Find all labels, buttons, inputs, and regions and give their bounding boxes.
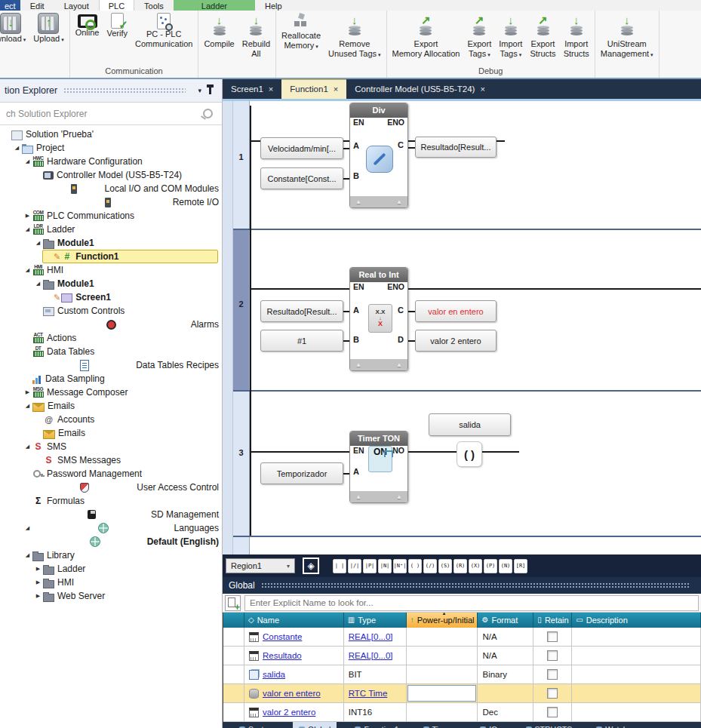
rung-margin-3[interactable]: 3 [233,392,250,536]
tree-item-sms[interactable]: ◢SSMS [0,440,222,453]
column-header-format[interactable]: Format [478,613,533,628]
block-expander[interactable] [350,196,407,207]
ribbon-tab-ladder[interactable]: Ladder [174,0,255,11]
ribbon-tab-edit[interactable]: Edit [20,0,54,11]
tree-item-hardware-configuration[interactable]: ◢Hardware Configuration [0,155,222,168]
powerup-input[interactable] [407,685,477,702]
doc-tab-controller-model-us5-b5-t24[interactable]: Controller Model (US5-B5-T24)× [346,79,493,99]
tag-box-constante[interactable]: Constante[Const... [260,167,343,189]
tree-item-data-tables[interactable]: Data Tables [0,345,222,358]
ribbon-button-export-tags[interactable]: ↗ExportTags ▾ [463,11,495,60]
tag-name-link[interactable]: valor 2 entero [263,708,315,717]
column-header-type[interactable]: Type [344,613,407,628]
ladder-tool-coil-negative[interactable]: (N) [499,559,512,573]
tree-item-data-tables-recipes[interactable]: Data Tables Recipes [0,358,222,372]
tree-item-controller-model-us5-b5-t24[interactable]: Controller Model (US5-B5-T24) [0,168,222,182]
tag-type-link[interactable]: REAL[0...0] [349,632,393,641]
tree-item-web-server[interactable]: ▶Web Server [0,589,222,603]
tree-item-message-composer[interactable]: ▶Message Composer [0,386,222,399]
tree-item-library[interactable]: ◢Library [0,548,222,562]
bottom-tab-global[interactable]: Global [293,722,337,728]
column-header-name[interactable]: Name [244,613,344,628]
table-row-salida[interactable]: salidaBITBinary [223,665,701,684]
close-icon[interactable]: × [334,84,338,94]
solution-explorer-search[interactable]: ch Solution Explorer [0,103,222,125]
tree-item-formulas[interactable]: ΣFormulas [0,494,222,508]
rung-margin-1[interactable]: 1 [233,101,250,229]
tree-item-ladder[interactable]: ▶Ladder [0,562,222,576]
expand-arrow[interactable]: ◢ [33,240,43,246]
expand-arrow[interactable]: ◢ [23,226,32,232]
drag-handle[interactable] [261,582,689,588]
ladder-tool-contact-negative[interactable]: |N| [378,559,392,573]
close-icon[interactable]: × [480,84,484,94]
retain-checkbox[interactable] [547,631,558,642]
ribbon-tab-ect[interactable]: ect [0,0,20,11]
expand-arrow[interactable]: ◢ [23,158,32,164]
column-header-power-up-initial[interactable]: Power-up/Initial▲ [407,613,478,628]
ribbon-button-export-structs[interactable]: ↗ExportStructs [526,11,559,58]
add-tag-button[interactable] [225,595,241,611]
ribbon-button-wnload[interactable]: ↓wnload ▾ [0,11,29,45]
ribbon-button-rebuild-all[interactable]: ↓RebuildAll [238,11,274,58]
ladder-tool-contact-transition[interactable]: |N⁺| [393,559,407,573]
table-row-valor-2-entero[interactable]: valor 2 enteroINT16Dec [223,703,701,722]
ribbon-button-export-memory-allocation[interactable]: ↗ExportMemory Allocation [389,11,464,58]
ribbon-tab-tools[interactable]: Tools [134,0,174,11]
tree-item-solution-prueba[interactable]: Solution 'Prueba' [0,127,222,141]
tag-box-salida[interactable]: salida [429,413,511,436]
ribbon-button-compile[interactable]: ↓Compile [200,11,238,49]
expand-arrow[interactable]: ◢ [33,281,43,287]
expand-arrow[interactable]: ▶ [23,213,32,219]
timer-ton-function-block[interactable]: Timer TON EN ENO A ON [349,431,408,503]
retain-checkbox[interactable] [547,650,558,661]
ladder-tool-coil-reset-sq[interactable]: [R] [514,559,527,573]
tree-item-module1[interactable]: ◢Module1 [0,277,222,290]
bottom-tab-system[interactable]: System [233,722,281,728]
ribbon-button-unistream-management[interactable]: ↓UniStreamManagement ▾ [597,11,657,60]
bottom-tab-watch[interactable]: Watch [590,722,633,728]
tag-box-valor-en-entero[interactable]: valor en entero [415,300,497,322]
tag-type-link[interactable]: RTC Time [349,689,388,698]
retain-checkbox[interactable] [547,707,558,717]
tag-box-resultado-in[interactable]: Resultado[Result... [260,300,343,322]
ribbon-button-import-tags[interactable]: ↓ImportTags ▾ [495,11,526,60]
table-row-resultado[interactable]: ResultadoREAL[0...0]N/A [223,647,701,665]
expand-arrow[interactable]: ◢ [12,145,22,151]
bottom-tab-function1[interactable]: Function1 [349,722,404,728]
ladder-tool-coil-reset[interactable]: (R) [453,559,467,573]
ribbon-button-upload[interactable]: ↑Upload ▾ [29,11,67,45]
ladder-tool-coil-set[interactable]: (S) [438,559,452,573]
tree-item-custom-controls[interactable]: Custom Controls [0,304,222,318]
ribbon-tab-help[interactable]: Help [255,0,292,11]
close-icon[interactable]: × [269,84,273,94]
tag-name-link[interactable]: Constante [263,632,302,641]
div-function-block[interactable]: Div EN ENO A B C [349,103,408,208]
ladder-tool-coil-inverted[interactable]: (/) [423,559,437,573]
rung-margin-4[interactable] [233,537,250,554]
doc-tab-function1[interactable]: Function1× [281,79,346,99]
tag-box-valor-2-entero[interactable]: valor 2 entero [415,330,497,352]
tag-box-resultado-out[interactable]: Resultado[Result... [415,137,497,158]
expand-arrow[interactable]: ▶ [33,579,43,585]
expand-arrow[interactable]: ▶ [33,593,43,599]
tree-item-hmi[interactable]: ▶HMI [0,576,222,589]
ribbon-button-verify[interactable]: Verify [103,11,131,38]
block-expander[interactable] [350,491,407,502]
doc-tab-screen1[interactable]: Screen1× [223,79,281,99]
bottom-tab-structs[interactable]: STRUCTS [520,722,579,728]
tree-item-default-english[interactable]: Default (English) [0,535,222,548]
output-coil[interactable]: ( ) [457,441,482,467]
row-selector-cell[interactable] [223,628,244,646]
ladder-tool-coil[interactable]: ( ) [408,559,422,573]
drag-handle[interactable] [63,88,186,94]
tree-item-emails[interactable]: Emails [0,426,222,440]
tag-name-link[interactable]: valor en entero [263,689,321,698]
region-selector[interactable]: Region1 ▾ [226,558,295,573]
tree-item-accounts[interactable]: @Accounts [0,413,222,426]
chevron-down-icon[interactable]: ▾ [198,87,201,94]
rung-margin-2[interactable]: 2 [233,230,250,390]
tree-item-emails[interactable]: ◢Emails [0,399,222,413]
expand-arrow[interactable]: ◢ [23,552,32,558]
tree-item-sms-messages[interactable]: SSMS Messages [0,453,222,467]
